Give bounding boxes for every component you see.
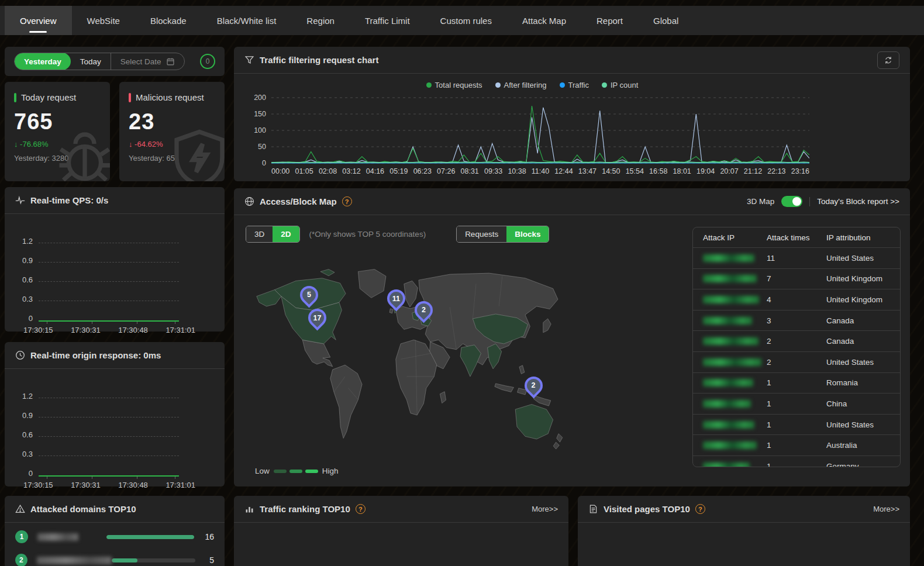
pin-count: 2 xyxy=(523,377,543,395)
tab-region[interactable]: Region xyxy=(291,6,350,35)
card-accent-bar xyxy=(14,93,16,102)
today-button[interactable]: Today xyxy=(71,53,111,70)
map-pin[interactable]: 17 xyxy=(307,309,327,332)
attack-ip-table[interactable]: Attack IPAttack timesIP attribution11Uni… xyxy=(692,227,901,467)
attack-times-cell: 1 xyxy=(762,462,826,467)
calendar-icon xyxy=(166,57,175,66)
domain-value: 16 xyxy=(194,532,214,541)
refresh-countdown-badge[interactable]: 0 xyxy=(200,54,215,69)
masked-ip xyxy=(703,317,752,325)
requests-button[interactable]: Requests xyxy=(457,226,506,242)
attack-times-cell: 3 xyxy=(762,316,826,325)
qps-title: Real-time QPS: 0/s xyxy=(30,195,108,205)
gridline xyxy=(39,301,179,301)
select-date-button[interactable]: Select Date xyxy=(111,53,184,70)
y-tick-label: 0 xyxy=(262,159,266,167)
attack-ip-cell xyxy=(693,337,762,345)
map-pin[interactable]: 2 xyxy=(413,301,433,325)
qps-header: Real-time QPS: 0/s xyxy=(5,187,225,214)
visited-more-link[interactable]: More>> xyxy=(873,505,899,513)
shield-icon xyxy=(167,125,225,181)
yesterday-button[interactable]: Yesterday xyxy=(15,53,71,70)
traffic-filter-panel: Traffic filtering request chart Total re… xyxy=(234,47,910,181)
3d-mode-button[interactable]: 3D xyxy=(246,226,273,242)
attack-ip-cell xyxy=(693,421,762,429)
domain-value: 5 xyxy=(195,555,214,565)
qps-chart: 1.20.90.60.3017:30:1517:30:3117:30:4817:… xyxy=(39,234,179,322)
masked-domain xyxy=(37,557,112,564)
axis-tick xyxy=(47,477,47,479)
gridline xyxy=(39,417,179,417)
world-map[interactable]: 5171122 xyxy=(247,261,574,454)
gridline xyxy=(39,262,179,263)
traffic-ranking-panel: Traffic ranking TOP10 ? More>> xyxy=(234,496,568,566)
tab-attack-map[interactable]: Attack Map xyxy=(507,6,581,35)
refresh-button[interactable] xyxy=(877,51,899,69)
pin-count: 17 xyxy=(307,309,327,327)
table-row: 3Canada xyxy=(693,310,900,332)
pulse-icon xyxy=(15,195,25,205)
masked-ip xyxy=(703,337,758,345)
table-header-row: Attack IPAttack timesIP attribution xyxy=(693,227,900,248)
x-tick-label: 17:30:15 xyxy=(23,481,53,489)
ranking-help-icon[interactable]: ? xyxy=(356,504,366,514)
map-header: Access/Block Map ? 3D Map Today's Block … xyxy=(234,188,910,215)
pin-count: 5 xyxy=(299,286,319,304)
attack-ip-cell xyxy=(693,400,762,408)
legend-item[interactable]: Total requests xyxy=(426,81,482,89)
masked-domain xyxy=(37,533,78,541)
masked-ip xyxy=(703,400,751,408)
tab-overview[interactable]: Overview xyxy=(5,6,72,35)
y-tick-label: 0 xyxy=(29,314,33,323)
tab-blockade[interactable]: Blockade xyxy=(135,6,202,35)
map-pin[interactable]: 11 xyxy=(386,289,406,313)
tab-global[interactable]: Global xyxy=(638,6,694,35)
map-pin[interactable]: 2 xyxy=(523,377,543,400)
axis-tick xyxy=(92,322,92,324)
ranking-more-link[interactable]: More>> xyxy=(532,505,558,513)
block-report-link[interactable]: Today's Block report >> xyxy=(817,197,899,206)
legend-item[interactable]: After filtering xyxy=(495,81,547,89)
tab-report[interactable]: Report xyxy=(581,6,638,35)
gridline xyxy=(39,398,179,398)
legend-item[interactable]: IP count xyxy=(602,81,638,89)
attacked-header: Attacked domains TOP10 xyxy=(5,496,225,523)
x-tick-label: 17:31:01 xyxy=(166,481,195,489)
x-tick-label: 20:07 xyxy=(720,167,738,175)
map-header-right: 3D Map Today's Block report >> xyxy=(747,196,899,207)
y-tick-label: 0.9 xyxy=(22,411,33,420)
visited-help-icon[interactable]: ? xyxy=(695,504,705,514)
y-tick-label: 0.6 xyxy=(22,275,33,284)
gridline xyxy=(39,243,179,243)
x-tick-label: 14:50 xyxy=(602,167,620,175)
2d-mode-button[interactable]: 2D xyxy=(273,226,299,242)
heat-high-label: High xyxy=(322,467,339,475)
map-note: (*Only shows TOP 5 coordinates) xyxy=(309,230,426,239)
x-tick-label: 02:08 xyxy=(319,167,337,175)
tab-black-white-list[interactable]: Black/White list xyxy=(202,6,292,35)
column-header: Attack IP xyxy=(693,233,762,242)
map-pin[interactable]: 5 xyxy=(299,286,319,309)
date-range-group: Yesterday Today Select Date xyxy=(14,53,185,70)
legend-item[interactable]: Traffic xyxy=(560,81,589,89)
x-axis-labels: 17:30:1517:30:3117:30:4817:31:01 xyxy=(23,326,195,334)
x-tick-label: 16:58 xyxy=(649,167,667,175)
heat-segment xyxy=(305,470,318,473)
attacked-title: Attacked domains TOP10 xyxy=(30,504,136,514)
map-help-icon[interactable]: ? xyxy=(342,196,352,206)
tab-traffic-limit[interactable]: Traffic Limit xyxy=(350,6,425,35)
3d-map-toggle[interactable] xyxy=(781,196,802,207)
tab-custom-rules[interactable]: Custom rules xyxy=(425,6,507,35)
document-icon xyxy=(588,504,598,514)
table-row: 1Australia xyxy=(693,435,900,456)
origin-chart: 1.20.90.60.3017:30:1517:30:3117:30:4817:… xyxy=(39,389,179,477)
traffic-title: Traffic filtering request chart xyxy=(260,55,378,65)
table-row: 1United States xyxy=(693,415,900,436)
blocks-button[interactable]: Blocks xyxy=(506,226,549,242)
masked-ip xyxy=(703,379,753,386)
axis-tick xyxy=(137,477,137,479)
tab-website[interactable]: WebSite xyxy=(72,6,135,35)
origin-title: Real-time origin response: 0ms xyxy=(30,350,161,360)
table-row: 7United Kingdom xyxy=(693,269,900,290)
x-tick-label: 21:12 xyxy=(744,167,762,175)
